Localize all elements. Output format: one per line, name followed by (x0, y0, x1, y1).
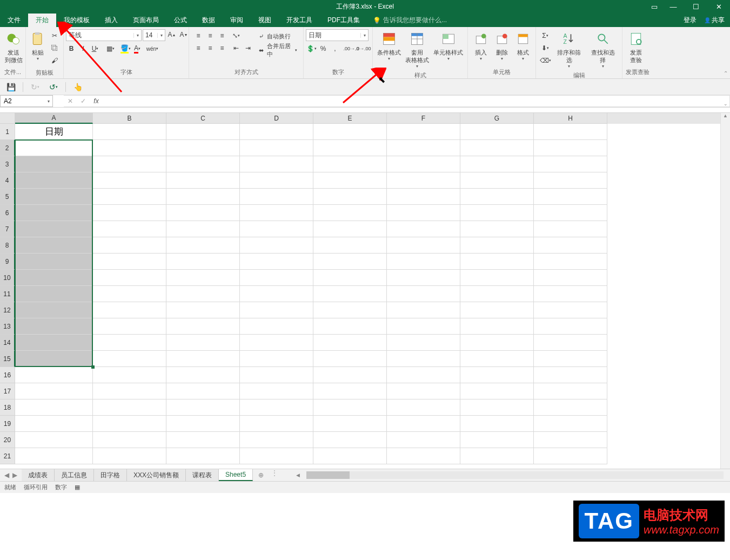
cell[interactable] (534, 399, 607, 416)
cell[interactable] (93, 448, 166, 464)
row-header[interactable]: 3 (0, 156, 15, 172)
cell[interactable] (313, 383, 387, 399)
cell[interactable] (240, 237, 313, 254)
cell[interactable] (387, 302, 460, 318)
cell[interactable] (313, 237, 387, 254)
cell[interactable] (166, 254, 240, 270)
row-header[interactable]: 12 (0, 302, 15, 318)
cell[interactable] (166, 140, 240, 156)
align-center-button[interactable]: ≡ (205, 43, 216, 54)
cell[interactable] (313, 205, 387, 221)
cell[interactable] (15, 318, 93, 335)
cell[interactable] (387, 335, 460, 351)
cell[interactable] (240, 416, 313, 432)
row-header[interactable]: 4 (0, 172, 15, 189)
cell[interactable] (313, 367, 387, 383)
row-header[interactable]: 17 (0, 383, 15, 399)
tab-developer[interactable]: 开发工具 (279, 14, 320, 27)
row-header[interactable]: 15 (0, 351, 15, 367)
cell[interactable] (15, 383, 93, 399)
cell[interactable] (313, 432, 387, 448)
align-top-button[interactable]: ≡ (193, 30, 204, 41)
cell[interactable] (240, 286, 313, 302)
cell[interactable] (166, 399, 240, 416)
fill-color-button[interactable]: 🪣▾ (120, 43, 131, 54)
collapse-ribbon-button[interactable]: ⌃ (724, 70, 728, 76)
italic-button[interactable]: I (78, 43, 89, 54)
cell[interactable] (534, 351, 607, 367)
formula-input[interactable] (103, 97, 729, 105)
cell[interactable] (15, 286, 93, 302)
sort-filter-button[interactable]: AZ 排序和筛选 ▾ (552, 29, 586, 70)
cell[interactable] (15, 156, 93, 172)
font-size-combo[interactable]: 14 ▾ (143, 29, 165, 41)
cell[interactable] (240, 448, 313, 464)
borders-button[interactable]: ▦▾ (105, 43, 116, 54)
cell[interactable] (93, 383, 166, 399)
cell[interactable] (313, 221, 387, 237)
cell[interactable] (460, 286, 534, 302)
percent-button[interactable]: % (318, 43, 329, 54)
send-to-wechat-button[interactable]: 发送到微信 (2, 29, 25, 65)
cell[interactable] (460, 335, 534, 351)
cell[interactable] (387, 270, 460, 286)
align-middle-button[interactable]: ≡ (205, 30, 216, 41)
row-header[interactable]: 8 (0, 237, 15, 254)
row-header[interactable]: 10 (0, 270, 15, 286)
cell[interactable] (240, 189, 313, 205)
cell[interactable] (93, 172, 166, 189)
cell[interactable] (387, 140, 460, 156)
cell[interactable] (15, 351, 93, 367)
cell[interactable] (240, 302, 313, 318)
bold-button[interactable]: B (66, 43, 77, 54)
cell[interactable] (460, 318, 534, 335)
grow-font-button[interactable]: A▲ (166, 29, 177, 40)
cell[interactable] (15, 254, 93, 270)
save-button[interactable]: 💾 (4, 81, 17, 94)
cell[interactable] (460, 448, 534, 464)
cell[interactable] (166, 270, 240, 286)
cell[interactable] (460, 254, 534, 270)
cell[interactable] (15, 367, 93, 383)
row-header[interactable]: 21 (0, 448, 15, 464)
font-name-combo[interactable]: 等线 ▾ (66, 29, 142, 41)
cell[interactable] (534, 383, 607, 399)
select-all-corner[interactable] (0, 113, 15, 124)
cell[interactable] (166, 205, 240, 221)
cell[interactable] (93, 416, 166, 432)
cell[interactable] (387, 156, 460, 172)
sheet-tab[interactable]: 成绩表 (22, 469, 55, 481)
tab-formulas[interactable]: 公式 (166, 14, 195, 27)
delete-cells-button[interactable]: 删除 ▾ (491, 29, 512, 62)
cell[interactable] (460, 367, 534, 383)
find-select-button[interactable]: 查找和选择 ▾ (586, 29, 620, 70)
column-header[interactable]: G (460, 113, 534, 124)
cell[interactable] (460, 399, 534, 416)
cell[interactable] (15, 416, 93, 432)
cell[interactable] (166, 237, 240, 254)
minimize-button[interactable]: — (662, 0, 685, 14)
cell[interactable] (534, 335, 607, 351)
cell[interactable] (15, 432, 93, 448)
cell[interactable] (387, 399, 460, 416)
cell[interactable] (166, 416, 240, 432)
cell[interactable] (93, 237, 166, 254)
close-button[interactable]: ✕ (707, 0, 730, 14)
cell[interactable] (534, 416, 607, 432)
cell[interactable] (460, 383, 534, 399)
cell[interactable] (240, 351, 313, 367)
accounting-format-button[interactable]: 💲▾ (306, 43, 317, 54)
cell[interactable] (240, 399, 313, 416)
cell[interactable] (240, 205, 313, 221)
format-painter-button[interactable]: 🖌 (49, 55, 60, 66)
cell[interactable] (534, 237, 607, 254)
enter-formula-button[interactable]: ✓ (77, 97, 90, 105)
cell[interactable] (166, 432, 240, 448)
cell[interactable] (93, 189, 166, 205)
row-header[interactable]: 6 (0, 205, 15, 221)
column-header[interactable]: H (534, 113, 607, 124)
tab-templates[interactable]: 我的模板 (56, 14, 97, 27)
sheet-tab[interactable]: 课程表 (186, 469, 219, 481)
cell[interactable] (166, 335, 240, 351)
ribbon-options-icon[interactable]: ▭ (647, 0, 662, 14)
